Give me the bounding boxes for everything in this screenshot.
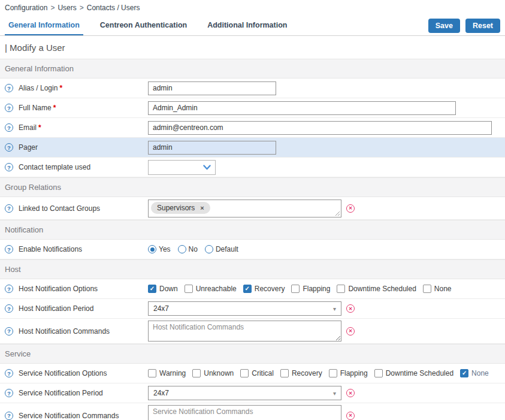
radio-default[interactable]: Default bbox=[205, 245, 238, 253]
help-icon[interactable]: ? bbox=[5, 143, 13, 152]
checkbox-icon[interactable]: ✓ bbox=[192, 369, 201, 377]
checkbox-service-unknown[interactable]: ✓ Unknown bbox=[192, 369, 234, 377]
section-header-general-information: General Information bbox=[0, 59, 505, 78]
contact-groups-multiselect[interactable]: Supervisors × bbox=[148, 200, 341, 217]
breadcrumb-users[interactable]: Users bbox=[58, 4, 76, 12]
field-label-cell: ? Pager bbox=[5, 143, 148, 152]
clear-selection-icon[interactable]: ✕ bbox=[346, 304, 355, 313]
checkbox-host-recovery[interactable]: ✓ Recovery bbox=[243, 285, 285, 293]
breadcrumb-separator: > bbox=[50, 4, 55, 12]
save-button[interactable]: Save bbox=[428, 19, 460, 33]
clear-selection-icon[interactable]: ✕ bbox=[346, 412, 355, 420]
help-icon[interactable]: ? bbox=[5, 204, 13, 213]
field-label-cell: ? Service Notification Options bbox=[5, 369, 148, 377]
form-row-host-commands: ? Host Notification Commands ✕ bbox=[0, 319, 505, 344]
help-icon[interactable]: ? bbox=[5, 285, 13, 293]
radio-icon[interactable] bbox=[148, 245, 156, 253]
checkbox-icon[interactable]: ✓ bbox=[337, 285, 345, 293]
field-label-cell: ? Contact template used bbox=[5, 163, 148, 171]
field-label: Alias / Login* bbox=[19, 84, 62, 92]
help-icon[interactable]: ? bbox=[5, 163, 13, 171]
checkbox-host-flapping[interactable]: ✓ Flapping bbox=[291, 285, 330, 293]
service-commands-textarea[interactable] bbox=[148, 405, 341, 420]
clear-selection-icon[interactable]: ✕ bbox=[346, 327, 355, 336]
breadcrumb-contacts-users[interactable]: Contacts / Users bbox=[87, 4, 140, 12]
host-period-select[interactable]: 24x7 ▾ bbox=[148, 301, 341, 316]
field-label: Enable Notifications bbox=[19, 245, 82, 253]
checkbox-icon[interactable]: ✓ bbox=[148, 285, 156, 293]
checkbox-host-unreachable[interactable]: ✓ Unreachable bbox=[185, 285, 237, 293]
checkbox-icon[interactable]: ✓ bbox=[291, 285, 300, 293]
checkbox-icon[interactable]: ✓ bbox=[423, 285, 431, 293]
field-label-cell: ? Alias / Login* bbox=[5, 84, 148, 92]
checkbox-icon[interactable]: ✓ bbox=[240, 369, 249, 377]
checkbox-host-down[interactable]: ✓ Down bbox=[148, 285, 178, 293]
checkbox-icon[interactable]: ✓ bbox=[329, 369, 337, 377]
form-row-service-options: ? Service Notification Options ✓ Warning… bbox=[0, 364, 505, 383]
field-label-cell: ? Linked to Contact Groups bbox=[5, 204, 148, 213]
form-row-fullname: ? Full Name* bbox=[0, 98, 505, 118]
page-title: | Modify a User bbox=[0, 36, 505, 59]
form-row-contact-template: ? Contact template used bbox=[0, 158, 505, 177]
breadcrumb-configuration[interactable]: Configuration bbox=[5, 4, 47, 12]
checkbox-icon[interactable]: ✓ bbox=[185, 285, 193, 293]
checkbox-icon[interactable]: ✓ bbox=[460, 369, 468, 377]
checkbox-service-none[interactable]: ✓ None bbox=[460, 369, 489, 377]
tab-centreon-authentication[interactable]: Centreon Authentication bbox=[96, 16, 190, 35]
field-label-cell: ? Enable Notifications bbox=[5, 245, 148, 253]
caret-down-icon: ▾ bbox=[333, 306, 336, 312]
tab-additional-information[interactable]: Additional Information bbox=[204, 16, 291, 35]
checkbox-service-warning[interactable]: ✓ Warning bbox=[148, 369, 186, 377]
radio-yes[interactable]: Yes bbox=[148, 245, 171, 253]
checkbox-service-recovery[interactable]: ✓ Recovery bbox=[280, 369, 322, 377]
checkbox-icon[interactable]: ✓ bbox=[148, 369, 156, 377]
radio-icon[interactable] bbox=[205, 245, 213, 253]
section-header-group-relations: Group Relations bbox=[0, 177, 505, 197]
help-icon[interactable]: ? bbox=[5, 327, 13, 336]
checkbox-service-flapping[interactable]: ✓ Flapping bbox=[329, 369, 368, 377]
contact-template-select[interactable] bbox=[148, 160, 216, 175]
field-label: Linked to Contact Groups bbox=[19, 204, 100, 213]
alias-login-input[interactable] bbox=[148, 81, 276, 95]
checkbox-host-downtime-scheduled[interactable]: ✓ Downtime Scheduled bbox=[337, 285, 416, 293]
form-row-host-options: ? Host Notification Options ✓ Down ✓ Unr… bbox=[0, 279, 505, 299]
help-icon[interactable]: ? bbox=[5, 389, 13, 397]
tag-remove-icon[interactable]: × bbox=[200, 204, 204, 211]
help-icon[interactable]: ? bbox=[5, 104, 13, 112]
clear-selection-icon[interactable]: ✕ bbox=[346, 204, 355, 213]
checkbox-service-critical[interactable]: ✓ Critical bbox=[240, 369, 274, 377]
clear-selection-icon[interactable]: ✕ bbox=[346, 389, 355, 397]
resize-grip-icon[interactable] bbox=[335, 211, 340, 216]
form-row-service-commands: ? Service Notification Commands ✕ bbox=[0, 403, 505, 420]
email-input[interactable] bbox=[148, 121, 492, 135]
required-asterisk: * bbox=[59, 84, 62, 92]
help-icon[interactable]: ? bbox=[5, 84, 13, 92]
help-icon[interactable]: ? bbox=[5, 245, 13, 253]
reset-button[interactable]: Reset bbox=[465, 19, 500, 33]
tab-general-information[interactable]: General Information bbox=[5, 16, 83, 35]
field-label: Host Notification Commands bbox=[19, 327, 110, 336]
pager-input[interactable] bbox=[148, 141, 276, 155]
checkbox-service-downtime-scheduled[interactable]: ✓ Downtime Scheduled bbox=[374, 369, 453, 377]
help-icon[interactable]: ? bbox=[5, 412, 13, 420]
field-label: Service Notification Commands bbox=[19, 412, 119, 420]
breadcrumb-separator: > bbox=[80, 4, 84, 12]
form-row-contact-groups: ? Linked to Contact Groups Supervisors ×… bbox=[0, 197, 505, 220]
field-label: Service Notification Options bbox=[19, 369, 107, 377]
field-label: Full Name* bbox=[19, 104, 56, 112]
help-icon[interactable]: ? bbox=[5, 304, 13, 313]
section-header-service: Service bbox=[0, 344, 505, 364]
service-period-select[interactable]: 24x7 ▾ bbox=[148, 386, 341, 400]
radio-icon[interactable] bbox=[178, 245, 186, 253]
help-icon[interactable]: ? bbox=[5, 369, 13, 377]
full-name-input[interactable] bbox=[148, 101, 456, 115]
checkbox-icon[interactable]: ✓ bbox=[243, 285, 252, 293]
radio-no[interactable]: No bbox=[178, 245, 198, 253]
help-icon[interactable]: ? bbox=[5, 123, 13, 132]
checkbox-icon[interactable]: ✓ bbox=[280, 369, 289, 377]
form-row-email: ? Email* bbox=[0, 118, 505, 138]
checkbox-host-none[interactable]: ✓ None bbox=[423, 285, 452, 293]
tag-supervisors: Supervisors × bbox=[151, 202, 210, 214]
checkbox-icon[interactable]: ✓ bbox=[374, 369, 383, 377]
host-commands-textarea[interactable] bbox=[148, 321, 341, 342]
